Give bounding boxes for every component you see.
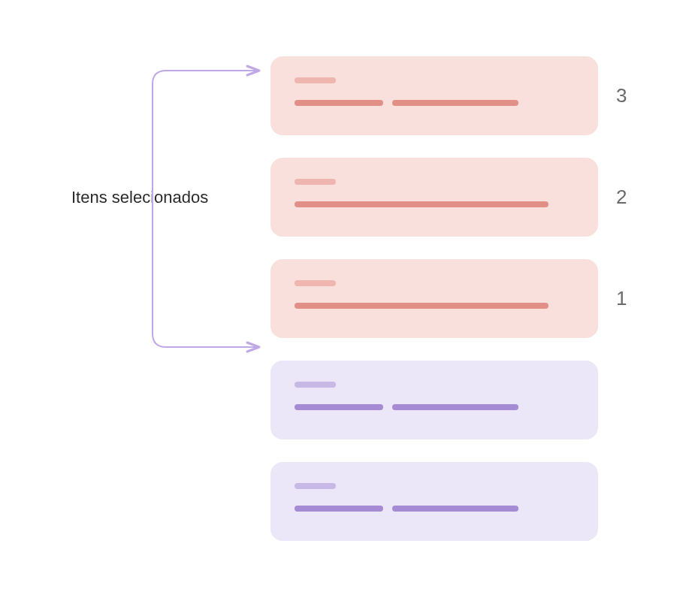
diagram-container: Itens selecionados 3 [0,0,695,616]
placeholder-bar [392,404,518,410]
selected-items-label: Itens selecionados [71,188,208,207]
rank-number: 2 [616,186,631,209]
placeholder-bar [295,303,548,309]
placeholder-bar [295,506,383,512]
placeholder-bar-row [295,201,574,207]
cards-list: 3 2 1 [270,56,631,563]
placeholder-bar [295,280,336,286]
card-row [270,361,631,439]
placeholder-bar [295,201,548,207]
placeholder-bar [392,100,518,106]
placeholder-bar-row [295,506,574,512]
rank-number: 1 [616,287,631,310]
placeholder-bar [295,77,336,83]
list-item-selected[interactable] [270,158,598,237]
placeholder-bar [295,382,336,388]
bracket-arrows-icon [147,62,274,362]
placeholder-bar [392,506,518,512]
placeholder-bar [295,404,383,410]
list-item-unselected[interactable] [270,361,598,439]
card-row: 1 [270,259,631,338]
placeholder-bar [295,100,383,106]
list-item-selected[interactable] [270,56,598,135]
placeholder-bar [295,179,336,185]
rank-number: 3 [616,84,631,107]
list-item-unselected[interactable] [270,462,598,541]
card-row: 2 [270,158,631,237]
placeholder-bar-row [295,100,574,106]
placeholder-bar-row [295,303,574,309]
placeholder-bar [295,483,336,489]
list-item-selected[interactable] [270,259,598,338]
placeholder-bar-row [295,404,574,410]
card-row: 3 [270,56,631,135]
card-row [270,462,631,541]
